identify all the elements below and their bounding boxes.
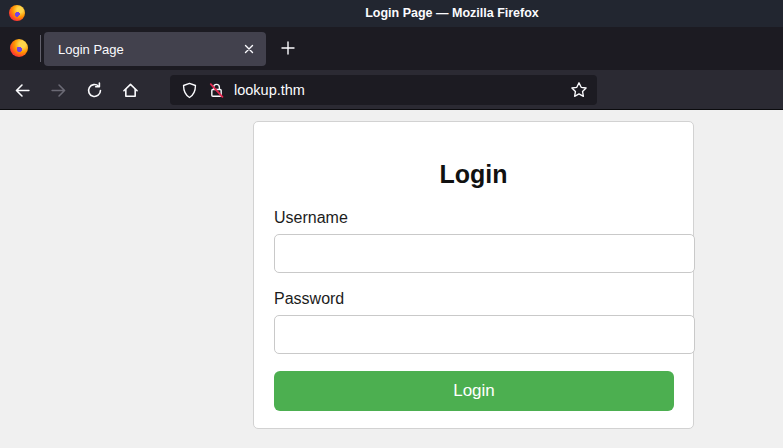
shield-icon[interactable] bbox=[181, 82, 198, 99]
username-field[interactable] bbox=[274, 234, 695, 273]
username-label: Username bbox=[274, 209, 348, 227]
url-input[interactable] bbox=[234, 82, 570, 98]
window-titlebar: Login Page — Mozilla Firefox bbox=[0, 0, 783, 27]
tab-strip: Login Page bbox=[0, 27, 783, 70]
tab-separator bbox=[40, 35, 41, 62]
password-field[interactable] bbox=[274, 315, 695, 354]
insecure-lock-icon[interactable] bbox=[208, 82, 225, 99]
reload-icon[interactable] bbox=[80, 76, 108, 104]
page-content: Login Username Password Login bbox=[0, 111, 783, 448]
bookmark-star-icon[interactable] bbox=[570, 81, 588, 99]
forward-icon[interactable] bbox=[44, 76, 72, 104]
password-label: Password bbox=[274, 290, 344, 308]
tab-close-icon[interactable] bbox=[239, 39, 259, 59]
navigation-toolbar bbox=[0, 70, 783, 110]
back-icon[interactable] bbox=[8, 76, 36, 104]
tab-title: Login Page bbox=[58, 42, 239, 57]
new-tab-icon[interactable] bbox=[277, 37, 299, 59]
login-heading: Login bbox=[254, 160, 693, 189]
firefox-logo-icon bbox=[9, 5, 25, 21]
tab-login-page[interactable]: Login Page bbox=[44, 32, 266, 66]
home-icon[interactable] bbox=[116, 76, 144, 104]
login-button[interactable]: Login bbox=[274, 371, 674, 411]
url-bar[interactable] bbox=[170, 75, 597, 105]
window-title: Login Page — Mozilla Firefox bbox=[365, 0, 539, 27]
firefox-logo-icon bbox=[10, 39, 28, 57]
login-card: Login Username Password Login bbox=[253, 121, 694, 429]
